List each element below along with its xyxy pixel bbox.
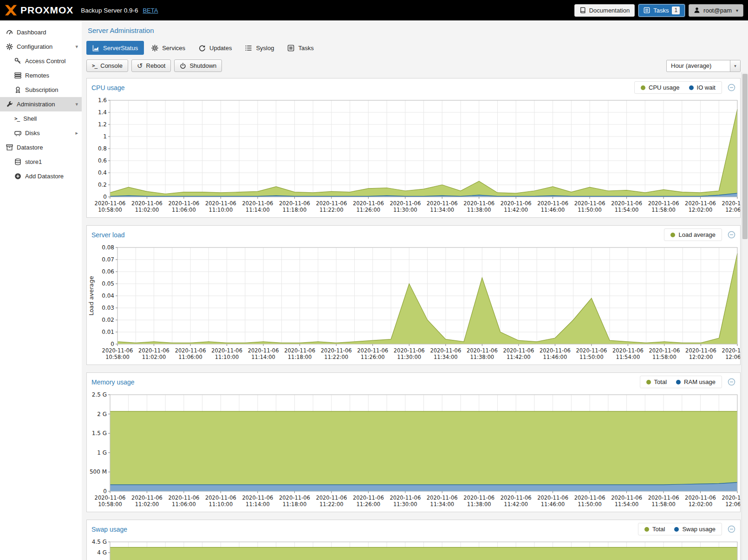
svg-text:1.2: 1.2 xyxy=(98,121,107,128)
svg-text:2020-11-06: 2020-11-06 xyxy=(248,347,279,354)
legend-item[interactable]: Total xyxy=(646,378,667,385)
tab-tasks[interactable]: Tasks xyxy=(281,41,319,55)
sidebar-item-datastore[interactable]: Datastore xyxy=(0,140,82,155)
collapse-button[interactable] xyxy=(728,231,735,239)
tab-updates[interactable]: Updates xyxy=(193,41,238,55)
toolbar: >_ Console ↺ Reboot Shutdown Hour (avera… xyxy=(86,59,741,72)
select-trigger[interactable]: ▾ xyxy=(730,60,740,72)
console-button[interactable]: >_ Console xyxy=(86,59,128,72)
tasks-button[interactable]: Tasks 1 xyxy=(638,4,685,17)
svg-text:2020-11-06: 2020-11-06 xyxy=(131,200,163,207)
legend-item[interactable]: Total xyxy=(644,526,665,533)
collapse-button[interactable] xyxy=(728,378,735,386)
svg-text:11:34:00: 11:34:00 xyxy=(430,207,454,213)
svg-text:11:50:00: 11:50:00 xyxy=(579,354,604,360)
sidebar-item-configuration[interactable]: Configuration ▾ xyxy=(0,39,82,54)
beta-link[interactable]: BETA xyxy=(143,7,158,14)
svg-text:11:42:00: 11:42:00 xyxy=(507,354,531,360)
svg-text:2020-11-06: 2020-11-06 xyxy=(284,347,315,354)
panel-swap-usage: Swap usage TotalSwap usage 0500 M1 G1.5 … xyxy=(86,520,741,560)
sidebar-item-access-control[interactable]: Access Control xyxy=(0,54,82,68)
svg-text:11:06:00: 11:06:00 xyxy=(172,501,196,508)
sidebar-item-shell[interactable]: >_ Shell xyxy=(0,111,82,126)
tab-bar: ServerStatus Services Updates Syslog Tas… xyxy=(86,41,741,55)
svg-text:11:34:00: 11:34:00 xyxy=(430,501,454,508)
svg-text:2020-11-06: 2020-11-06 xyxy=(242,495,273,501)
collapse-button[interactable] xyxy=(728,525,735,533)
wrench-icon xyxy=(6,101,13,108)
plus-circle-icon xyxy=(14,173,21,180)
terminal-icon: >_ xyxy=(14,116,20,122)
svg-text:11:38:00: 11:38:00 xyxy=(467,207,491,213)
svg-text:2020-11-06: 2020-11-06 xyxy=(574,200,605,207)
svg-text:2020-11-06: 2020-11-06 xyxy=(175,347,206,354)
tab-services[interactable]: Services xyxy=(145,41,191,55)
svg-text:0.08: 0.08 xyxy=(102,244,114,251)
minus-circle-icon xyxy=(728,84,735,91)
documentation-button[interactable]: Documentation xyxy=(574,4,635,17)
chart-title: Server load xyxy=(91,231,125,239)
book-icon xyxy=(579,7,586,13)
svg-text:11:10:00: 11:10:00 xyxy=(215,354,239,360)
svg-text:0.01: 0.01 xyxy=(102,329,114,335)
svg-text:2020-11-06: 2020-11-06 xyxy=(102,347,133,354)
svg-text:2020-11-06: 2020-11-06 xyxy=(357,347,388,354)
legend-label: RAM usage xyxy=(684,378,715,385)
reboot-button[interactable]: ↺ Reboot xyxy=(131,59,171,72)
svg-text:11:26:00: 11:26:00 xyxy=(361,354,385,360)
ribbon-icon xyxy=(14,86,21,93)
legend-dot xyxy=(674,527,679,532)
svg-text:2020-11-06: 2020-11-06 xyxy=(394,347,425,354)
svg-text:11:06:00: 11:06:00 xyxy=(178,354,202,360)
svg-text:0: 0 xyxy=(103,488,107,495)
svg-text:2020-11-06: 2020-11-06 xyxy=(463,200,494,207)
svg-text:2020-11-06: 2020-11-06 xyxy=(168,495,199,501)
vertical-scrollbar[interactable] xyxy=(741,72,748,560)
minus-circle-icon xyxy=(728,378,735,386)
scrollbar-thumb[interactable] xyxy=(742,74,748,239)
svg-text:2020-11-06: 2020-11-06 xyxy=(279,495,310,501)
svg-text:11:58:00: 11:58:00 xyxy=(651,501,676,508)
legend-dot xyxy=(670,233,675,237)
svg-text:0.6: 0.6 xyxy=(98,157,107,164)
legend-label: IO wait xyxy=(697,84,715,91)
svg-text:2020-11-06: 2020-11-06 xyxy=(279,200,310,207)
sidebar-item-dashboard[interactable]: Dashboard xyxy=(0,25,82,39)
sidebar-item-store1[interactable]: store1 xyxy=(0,155,82,169)
tab-serverstatus[interactable]: ServerStatus xyxy=(86,41,144,55)
legend-item[interactable]: CPU usage xyxy=(641,84,679,91)
timeframe-select[interactable]: Hour (average) ▾ xyxy=(666,60,741,72)
user-menu-button[interactable]: root@pam ▾ xyxy=(689,4,743,17)
legend-item[interactable]: Load average xyxy=(670,231,715,238)
svg-text:2020-11-06: 2020-11-06 xyxy=(722,347,740,354)
svg-text:2.5 G: 2.5 G xyxy=(92,391,107,398)
legend-dot xyxy=(646,380,651,384)
minus-circle-icon xyxy=(728,525,735,533)
sidebar-item-disks[interactable]: Disks ▸ xyxy=(0,126,82,140)
sidebar-item-subscription[interactable]: Subscription xyxy=(0,83,82,97)
sidebar-item-add-datastore[interactable]: Add Datastore xyxy=(0,169,82,183)
legend-item[interactable]: RAM usage xyxy=(676,378,715,385)
svg-text:11:06:00: 11:06:00 xyxy=(172,207,196,213)
svg-text:2020-11-06: 2020-11-06 xyxy=(501,200,532,207)
top-header: PROXMOX Backup Server 0.9-6 BETA Documen… xyxy=(0,0,748,20)
svg-text:1.4: 1.4 xyxy=(98,109,107,116)
legend-item[interactable]: IO wait xyxy=(689,84,715,91)
panel-memory-usage: Memory usage TotalRAM usage 0500 M1 G1.5… xyxy=(86,372,741,512)
svg-text:11:42:00: 11:42:00 xyxy=(504,207,528,213)
cpu-usage-chart: 00.20.40.60.811.21.41.62020-11-0610:58:0… xyxy=(87,97,740,217)
key-icon xyxy=(14,58,21,65)
sidebar-item-administration[interactable]: Administration ▾ xyxy=(0,97,82,111)
panel-cpu-usage: CPU usage CPU usageIO wait 00.20.40.60.8… xyxy=(86,78,741,218)
caret-down-icon: ▾ xyxy=(75,44,78,50)
svg-text:11:22:00: 11:22:00 xyxy=(319,207,344,213)
svg-text:4 G: 4 G xyxy=(97,549,107,556)
sidebar-item-remotes[interactable]: Remotes xyxy=(0,68,82,83)
refresh-icon xyxy=(199,45,206,52)
chart-title: CPU usage xyxy=(91,84,125,91)
legend-item[interactable]: Swap usage xyxy=(674,526,715,533)
svg-text:11:14:00: 11:14:00 xyxy=(246,207,270,213)
collapse-button[interactable] xyxy=(728,84,735,91)
tab-syslog[interactable]: Syslog xyxy=(239,41,280,55)
shutdown-button[interactable]: Shutdown xyxy=(174,59,222,72)
